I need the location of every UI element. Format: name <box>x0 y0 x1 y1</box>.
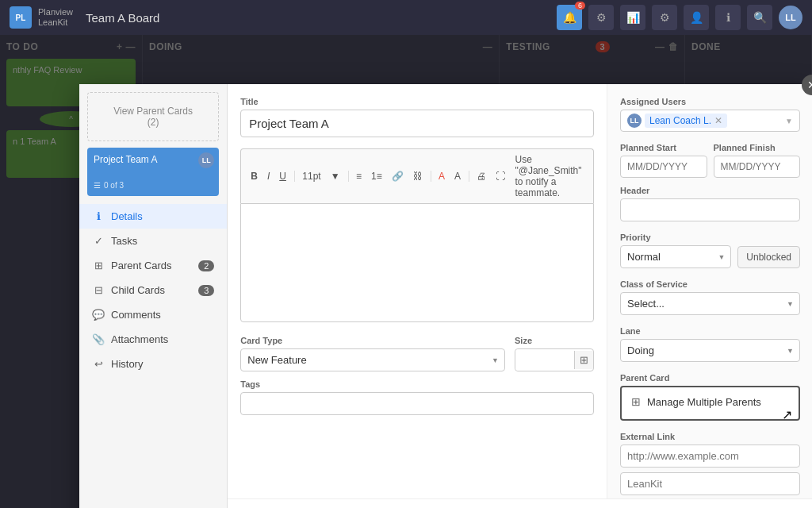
title-group: Title <box>240 97 594 137</box>
size-input-wrapper: ⊞ <box>515 348 594 371</box>
header-group: Header <box>620 186 800 221</box>
underline-button[interactable]: U <box>276 169 289 183</box>
attachments-icon: 📎 <box>92 333 105 345</box>
search-icon[interactable]: 🔍 <box>747 5 772 30</box>
description-toolbar: B I U 11pt ▼ ≡ 1≡ 🔗 ⛓ <box>240 148 594 203</box>
parent-card-group: Parent Card ⊞ Manage Multiple Parents ↗ <box>620 373 800 421</box>
tags-group: Tags <box>240 379 594 415</box>
planned-start-group: Planned Start <box>620 143 707 178</box>
project-card-preview[interactable]: LL Project Team A ☰ 0 of 3 <box>87 148 219 196</box>
title-input[interactable] <box>240 110 594 137</box>
board-title: Team A Board <box>86 11 159 25</box>
card-type-group: Card Type New Feature <box>240 336 505 371</box>
lane-select[interactable]: Doing To Do Testing Done <box>620 339 800 362</box>
print-icon[interactable]: 🖨 <box>473 169 489 183</box>
info-icon[interactable]: ℹ <box>715 5 741 30</box>
form-right: Assigned Users LL Lean Coach L. ✕ ▼ <box>607 84 812 498</box>
cursor-area: ↗ <box>622 416 799 419</box>
size-group: Size ⊞ <box>515 336 594 371</box>
notification-count: 6 <box>575 2 585 10</box>
parent-card-icon: ⊞ <box>631 395 641 408</box>
app-logo: PL PlanviewLeanKit <box>10 6 73 29</box>
parent-card-label: Parent Card <box>620 373 800 383</box>
fullscreen-icon[interactable]: ⛶ <box>492 169 508 183</box>
card-avatar: LL <box>198 152 214 168</box>
user-avatar-sm: LL <box>627 114 642 128</box>
unblocked-button[interactable]: Unblocked <box>737 246 800 268</box>
topbar: PL PlanviewLeanKit Team A Board 🔔 6 ⚙ 📊 … <box>0 0 812 35</box>
sidebar-item-history[interactable]: ↩ History <box>79 352 227 376</box>
unlink-icon[interactable]: ⛓ <box>410 169 426 183</box>
parent-cards-count: 2 <box>198 260 214 271</box>
tasks-icon: ✓ <box>92 235 105 247</box>
cards-preview-area: View Parent Cards (2) LL Project Team A … <box>79 84 227 204</box>
assigned-users-field[interactable]: LL Lean Coach L. ✕ ▼ <box>620 110 800 132</box>
assigned-users-label: Assigned Users <box>620 97 800 106</box>
header-input[interactable] <box>620 198 800 221</box>
font-size-select[interactable]: 11pt <box>299 169 324 183</box>
filter-icon[interactable]: ⚙ <box>588 5 614 30</box>
history-icon: ↩ <box>92 358 105 370</box>
planned-finish-group: Planned Finish <box>714 143 801 178</box>
priority-select[interactable]: Normal Critical High Low <box>620 245 731 268</box>
lane-select-wrapper: Doing To Do Testing Done <box>620 339 800 362</box>
view-parent-cards-btn[interactable]: View Parent Cards (2) <box>87 92 219 141</box>
child-cards-icon: ⊟ <box>92 284 105 296</box>
planned-start-input[interactable] <box>620 156 707 178</box>
modal-sidebar: View Parent Cards (2) LL Project Team A … <box>79 84 228 508</box>
chart-icon[interactable]: 📊 <box>620 5 645 30</box>
priority-select-wrapper: Normal Critical High Low <box>620 245 731 268</box>
planned-start-label: Planned Start <box>620 143 707 152</box>
board: TO DO + — nthly FAQ Review ^ n 1 Team A … <box>0 35 812 508</box>
cos-select[interactable]: Select... <box>620 292 800 315</box>
sidebar-item-child-cards[interactable]: ⊟ Child Cards 3 <box>79 278 227 302</box>
sidebar-item-tasks[interactable]: ✓ Tasks <box>79 229 227 253</box>
sidebar-item-attachments[interactable]: 📎 Attachments <box>79 327 227 352</box>
external-link-input-1[interactable] <box>620 444 800 468</box>
highlight-icon[interactable]: A <box>451 169 464 183</box>
description-textarea[interactable] <box>240 203 594 322</box>
modal-footer: Save ▼ Close ⋯ 🔗 Copy Card URL <box>228 498 812 508</box>
external-link-input-2[interactable] <box>620 472 800 495</box>
remove-user-icon[interactable]: ✕ <box>714 115 722 126</box>
sidebar-item-comments[interactable]: 💬 Comments <box>79 302 227 327</box>
bold-button[interactable]: B <box>247 169 261 183</box>
settings-icon[interactable]: ⚙ <box>652 5 677 30</box>
comments-icon: 💬 <box>92 309 105 321</box>
tags-label: Tags <box>240 379 594 389</box>
card-type-label: Card Type <box>240 336 505 345</box>
avatar[interactable]: LL <box>779 6 802 29</box>
card-modal: ✕ View Parent Cards (2) LL Project Team … <box>79 84 812 508</box>
form-left: Title B I U 11pt ▼ <box>228 84 607 498</box>
notification-icon[interactable]: 🔔 6 <box>557 5 582 30</box>
parent-cards-icon: ⊞ <box>92 260 105 271</box>
planned-finish-input[interactable] <box>714 156 801 178</box>
size-picker-icon[interactable]: ⊞ <box>574 351 593 369</box>
description-group: B I U 11pt ▼ ≡ 1≡ 🔗 ⛓ <box>240 148 594 325</box>
font-dropdown-icon[interactable]: ▼ <box>327 169 343 183</box>
manage-multiple-parents-option[interactable]: ⊞ Manage Multiple Parents <box>622 387 799 416</box>
tags-input[interactable] <box>240 392 594 415</box>
sidebar-item-details[interactable]: ℹ Details <box>79 204 227 229</box>
external-link-group: External Link <box>620 432 800 495</box>
list-ordered-icon[interactable]: 1≡ <box>368 169 385 183</box>
date-row: Planned Start Planned Finish <box>620 143 800 178</box>
cos-select-wrapper: Select... <box>620 292 800 315</box>
description-hint: Use "@Jane_Smith" to notify a teammate. <box>511 152 587 200</box>
lane-label: Lane <box>620 326 800 336</box>
modal-inner: View Parent Cards (2) LL Project Team A … <box>79 84 812 508</box>
form-panels: Title B I U 11pt ▼ <box>228 84 812 498</box>
link-icon[interactable]: 🔗 <box>389 169 407 183</box>
assigned-dropdown-icon[interactable]: ▼ <box>785 117 793 125</box>
card-type-select[interactable]: New Feature <box>240 348 505 371</box>
size-input[interactable] <box>515 349 574 371</box>
lane-group: Lane Doing To Do Testing Done <box>620 326 800 362</box>
list-unordered-icon[interactable]: ≡ <box>353 169 365 183</box>
priority-group: Priority Normal Critical High Low <box>620 233 800 268</box>
sidebar-item-parent-cards[interactable]: ⊞ Parent Cards 2 <box>79 253 227 278</box>
main-form-area: Title B I U 11pt ▼ <box>228 84 812 508</box>
user-icon[interactable]: 👤 <box>684 5 709 30</box>
italic-button[interactable]: I <box>264 169 273 183</box>
font-color-icon[interactable]: A <box>435 169 448 183</box>
external-link-label: External Link <box>620 432 800 441</box>
